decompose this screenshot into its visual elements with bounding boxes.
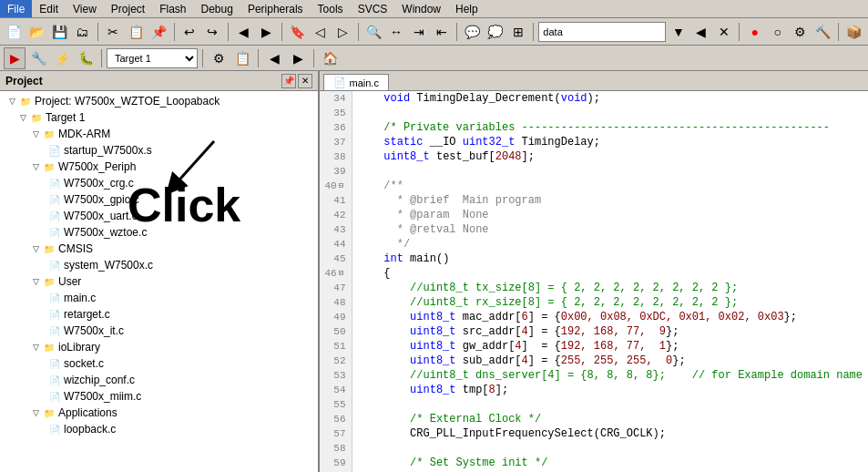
project-pin-btn[interactable]: 📌 (281, 74, 296, 88)
bookmark-btn[interactable]: 🔖 (287, 21, 308, 43)
applications-label: Applications (58, 406, 117, 419)
startup-label: startup_W7500x.s (64, 144, 152, 157)
extra-btn[interactable]: 📦 (843, 21, 864, 43)
mdk-arm-label: MDK-ARM (58, 128, 110, 140)
search-input[interactable] (538, 22, 666, 42)
home-btn[interactable]: 🏠 (319, 47, 341, 69)
w7500x-miim-label: W7500x_miim.c (64, 390, 141, 403)
copy-btn[interactable]: 📋 (126, 21, 147, 43)
tree-iolibrary[interactable]: ▽ 📁 ioLibrary (0, 339, 318, 355)
tree-w7500x-periph[interactable]: ▽ 📁 W7500x_Periph (0, 159, 318, 175)
build-btn[interactable]: 🔨 (812, 21, 833, 43)
tree-applications[interactable]: ▽ 📁 Applications (0, 405, 318, 421)
cut-btn[interactable]: ✂ (103, 21, 124, 43)
manage-btn[interactable]: 📋 (231, 47, 253, 69)
replace-btn[interactable]: ↔ (386, 21, 407, 43)
next-error-btn[interactable]: ▶ (287, 47, 309, 69)
tree-project-root[interactable]: ▽ 📁 Project: W7500x_WZTOE_Loopaback (0, 93, 318, 109)
undo-btn[interactable]: ↩ (179, 21, 200, 43)
menu-edit[interactable]: Edit (32, 0, 66, 17)
search-prev-btn[interactable]: ◀ (690, 21, 711, 43)
debug-btn[interactable]: 🐛 (75, 47, 97, 69)
tree-socket[interactable]: 📄 socket.c (0, 355, 318, 372)
bookmark-prev-btn[interactable]: ◁ (310, 21, 331, 43)
code-line-55 (358, 397, 863, 412)
indent-btn[interactable]: ⇥ (409, 21, 430, 43)
tree-cmsis[interactable]: ▽ 📁 CMSIS (0, 241, 318, 257)
project-close-btn[interactable]: ✕ (298, 74, 312, 88)
menu-tools[interactable]: Tools (311, 0, 351, 17)
code-line-57: CRG_PLL_InputFrequencySelect(CRG_OCLK); (358, 426, 863, 441)
code-line-59: /* Set Systme init */ (358, 456, 863, 470)
nav-back-btn[interactable]: ◀ (233, 21, 254, 43)
redo-btn[interactable]: ↪ (202, 21, 223, 43)
menu-file[interactable]: File (0, 0, 32, 17)
search-clear-btn[interactable]: ✕ (713, 21, 734, 43)
file-icon: 📄 (47, 373, 62, 387)
bookmark-next-btn[interactable]: ▷ (332, 21, 353, 43)
tree-w7500x-gpio[interactable]: 📄 W7500x_gpio.c (0, 191, 318, 208)
tree-w7500x-uart[interactable]: 📄 W7500x_uart.c (0, 208, 318, 224)
tree-system[interactable]: 📄 system_W7500x.c (0, 257, 318, 273)
code-line-53: //uint8_t dns_server[4] = {8, 8, 8, 8}; … (358, 368, 863, 383)
tree-startup[interactable]: 📄 startup_W7500x.s (0, 142, 318, 159)
menu-project[interactable]: Project (104, 0, 152, 17)
file-icon: 📄 (47, 192, 62, 207)
menu-window[interactable]: Window (394, 0, 448, 17)
code-line-47: //uint8_t tx_size[8] = { 2, 2, 2, 2, 2, … (358, 281, 863, 295)
tree-target1[interactable]: ▽ 📁 Target 1 (0, 109, 318, 126)
tab-main-c[interactable]: 📄 main.c (323, 74, 389, 90)
code-line-44: */ (358, 237, 863, 251)
menu-view[interactable]: View (66, 0, 104, 17)
file-icon: 📄 (47, 307, 62, 322)
code-line-41: * @brief Main program (358, 193, 863, 208)
uncomment-btn[interactable]: 💭 (485, 21, 505, 43)
nav-fwd-btn[interactable]: ▶ (256, 21, 277, 43)
tree-wizchip-conf[interactable]: 📄 wizchip_conf.c (0, 372, 318, 388)
w7500x-periph-label: W7500x_Periph (58, 160, 136, 173)
file-icon: 📄 (47, 422, 62, 436)
tree-w7500x-crg[interactable]: 📄 W7500x_crg.c (0, 175, 318, 191)
line-numbers: 34 35 36 37 38 39 40⊟ 41 42 43 44 45 46⊟… (320, 91, 352, 472)
tree-mdk-arm[interactable]: ▽ 📁 MDK-ARM (0, 126, 318, 142)
unindent-btn[interactable]: ⇤ (432, 21, 453, 43)
build-target-btn[interactable]: 🔧 (27, 47, 49, 69)
toggle-btn[interactable]: ⊞ (507, 21, 528, 43)
comment-btn[interactable]: 💬 (462, 21, 483, 43)
project-title: Project (5, 75, 43, 87)
save-all-btn[interactable]: 🗂 (72, 21, 93, 43)
file-icon: 📄 (47, 356, 62, 371)
prev-error-btn[interactable]: ◀ (263, 47, 285, 69)
target-dropdown[interactable]: Target 1 (107, 48, 198, 68)
open-btn[interactable]: 📂 (26, 21, 47, 43)
tree-w7500x-it[interactable]: 📄 W7500x_it.c (0, 323, 318, 339)
menu-svcs[interactable]: SVCS (351, 0, 395, 17)
folder-icon: 📁 (42, 241, 56, 256)
new-btn[interactable]: 📄 (4, 21, 25, 43)
tree-main-c[interactable]: 📄 main.c (0, 290, 318, 306)
target-options-btn[interactable]: ⚙ (208, 47, 230, 69)
menu-debug[interactable]: Debug (194, 0, 240, 17)
flash-btn[interactable]: ⚡ (51, 47, 73, 69)
project-icon: 📁 (18, 94, 33, 108)
save-btn[interactable]: 💾 (49, 21, 70, 43)
menu-help[interactable]: Help (448, 0, 485, 17)
run-btn[interactable]: ● (744, 21, 765, 43)
tree-loopback[interactable]: 📄 loopback.c (0, 421, 318, 437)
tree-w7500x-miim[interactable]: 📄 W7500x_miim.c (0, 388, 318, 405)
settings-btn[interactable]: ⚙ (790, 21, 811, 43)
paste-btn[interactable]: 📌 (148, 21, 169, 43)
code-line-34: void TimingDelay_Decrement(void); (358, 91, 863, 106)
code-area[interactable]: void TimingDelay_Decrement(void); /* Pri… (352, 91, 869, 472)
menu-flash[interactable]: Flash (152, 0, 193, 17)
search-go-btn[interactable]: ▼ (668, 21, 689, 43)
expand-icon: ▽ (31, 340, 40, 354)
tree-retarget[interactable]: 📄 retarget.c (0, 306, 318, 323)
tree-user[interactable]: ▽ 📁 User (0, 273, 318, 290)
tree-w7500x-wztoe[interactable]: 📄 W7500x_wztoe.c (0, 224, 318, 241)
find-btn[interactable]: 🔍 (363, 21, 384, 43)
menu-peripherals[interactable]: Peripherals (240, 0, 311, 17)
editor-content[interactable]: 34 35 36 37 38 39 40⊟ 41 42 43 44 45 46⊟… (320, 91, 869, 472)
stop-btn[interactable]: ○ (767, 21, 788, 43)
debug-start-btn[interactable]: ▶ (4, 47, 26, 69)
